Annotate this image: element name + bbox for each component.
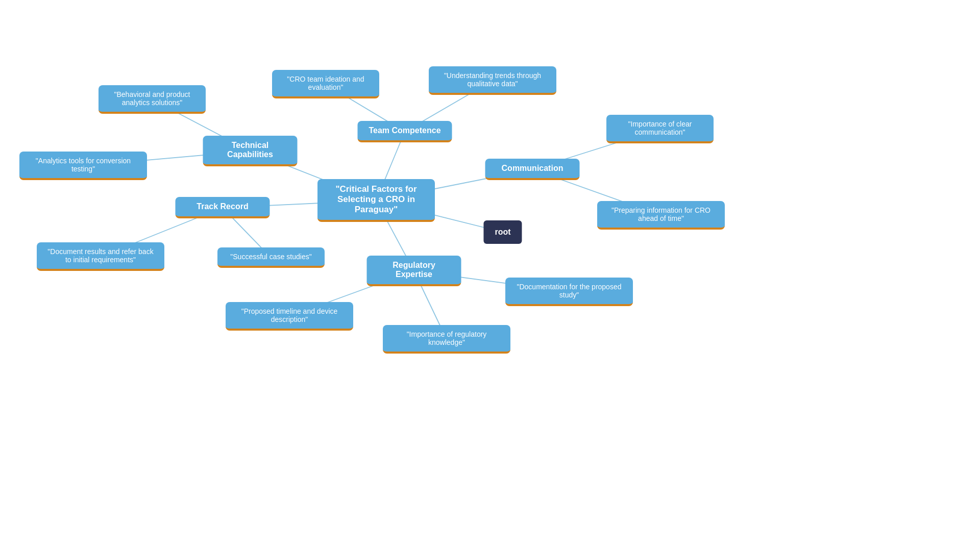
track-record-label: Track Record	[197, 202, 248, 211]
cro-team-label: "CRO team ideation and evaluation"	[279, 75, 372, 91]
preparing-info-label: "Preparing information for CRO ahead of …	[604, 206, 718, 222]
communication-node[interactable]: Communication	[485, 159, 580, 180]
root-label: root	[495, 228, 510, 237]
understanding-trends-label: "Understanding trends through qualitativ…	[436, 71, 549, 88]
understanding-trends-node[interactable]: "Understanding trends through qualitativ…	[429, 66, 556, 95]
central-label: "Critical Factors for Selecting a CRO in…	[325, 184, 428, 215]
root-node[interactable]: root	[483, 220, 522, 244]
team-competence-label: Team Competence	[369, 126, 440, 135]
analytics-tools-node[interactable]: "Analytics tools for conversion testing"	[19, 152, 147, 180]
importance-clear-node[interactable]: "Importance of clear communication"	[606, 115, 714, 143]
cro-team-node[interactable]: "CRO team ideation and evaluation"	[272, 70, 379, 98]
mind-map: root "Critical Factors for Selecting a C…	[0, 0, 980, 551]
doc-results-node[interactable]: "Document results and refer back to init…	[37, 242, 164, 271]
regulatory-expertise-node[interactable]: Regulatory Expertise	[367, 256, 461, 286]
doc-results-label: "Document results and refer back to init…	[44, 247, 157, 264]
behavioral-label: "Behavioral and product analytics soluti…	[106, 90, 199, 107]
preparing-info-node[interactable]: "Preparing information for CRO ahead of …	[597, 201, 725, 230]
technical-capabilities-label: Technical Capabilities	[210, 141, 290, 159]
proposed-timeline-label: "Proposed timeline and device descriptio…	[233, 307, 346, 323]
importance-clear-label: "Importance of clear communication"	[614, 120, 706, 136]
team-competence-node[interactable]: Team Competence	[358, 121, 452, 142]
technical-capabilities-node[interactable]: Technical Capabilities	[203, 136, 298, 166]
successful-case-node[interactable]: "Successful case studies"	[217, 247, 325, 268]
importance-regulatory-label: "Importance of regulatory knowledge"	[390, 330, 503, 346]
behavioral-node[interactable]: "Behavioral and product analytics soluti…	[99, 85, 206, 114]
importance-regulatory-node[interactable]: "Importance of regulatory knowledge"	[383, 325, 510, 354]
documentation-node[interactable]: "Documentation for the proposed study"	[505, 278, 633, 306]
central-node[interactable]: "Critical Factors for Selecting a CRO in…	[317, 179, 435, 222]
analytics-tools-label: "Analytics tools for conversion testing"	[27, 157, 140, 173]
successful-case-label: "Successful case studies"	[230, 253, 311, 261]
proposed-timeline-node[interactable]: "Proposed timeline and device descriptio…	[226, 302, 353, 331]
regulatory-expertise-label: Regulatory Expertise	[374, 261, 454, 279]
communication-label: Communication	[502, 164, 564, 173]
documentation-label: "Documentation for the proposed study"	[512, 283, 626, 299]
track-record-node[interactable]: Track Record	[176, 197, 270, 218]
